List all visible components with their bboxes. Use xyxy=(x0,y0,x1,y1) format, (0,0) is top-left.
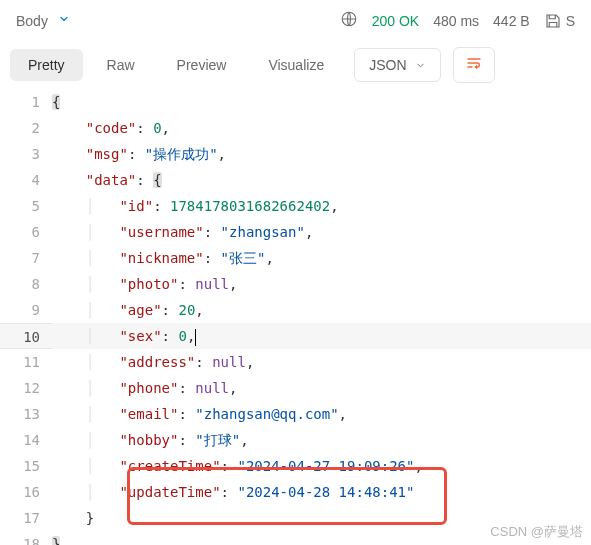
code-line: │ "sex": 0, xyxy=(52,323,591,349)
code-line: "msg": "操作成功", xyxy=(52,141,591,167)
response-size: 442 B xyxy=(493,13,530,29)
line-number: 3 xyxy=(0,141,40,167)
body-label[interactable]: Body xyxy=(16,13,48,29)
code-line: │ "hobby": "打球", xyxy=(52,427,591,453)
code-content[interactable]: { "code": 0, "msg": "操作成功", "data": { │ … xyxy=(52,89,591,545)
text-cursor xyxy=(195,329,196,346)
code-line: │ "updateTime": "2024-04-28 14:48:41" xyxy=(52,479,591,505)
line-number: 18 xyxy=(0,531,40,545)
line-number: 17 xyxy=(0,505,40,531)
line-number: 2 xyxy=(0,115,40,141)
line-number: 15 xyxy=(0,453,40,479)
save-response-button[interactable]: S xyxy=(544,12,575,30)
format-label: JSON xyxy=(369,57,406,73)
chevron-down-icon[interactable] xyxy=(58,13,70,28)
line-number: 9 xyxy=(0,297,40,323)
tab-visualize[interactable]: Visualize xyxy=(250,49,342,81)
line-number: 16 xyxy=(0,479,40,505)
code-line: "data": { xyxy=(52,167,591,193)
save-icon xyxy=(544,12,562,30)
wrap-icon xyxy=(466,56,482,70)
globe-icon[interactable] xyxy=(340,10,358,31)
code-line: "code": 0, xyxy=(52,115,591,141)
code-line: │ "createTime": "2024-04-27 19:09:26", xyxy=(52,453,591,479)
status-code: 200 OK xyxy=(372,13,419,29)
tabs-row: Pretty Raw Preview Visualize JSON xyxy=(0,41,591,89)
line-number: 4 xyxy=(0,167,40,193)
line-number: 6 xyxy=(0,219,40,245)
top-right: 200 OK 480 ms 442 B S xyxy=(340,10,575,31)
tab-pretty[interactable]: Pretty xyxy=(10,49,83,81)
top-left: Body xyxy=(16,13,70,29)
code-area: 1 2 3 4 5 6 7 8 9 10 11 12 13 14 15 16 1… xyxy=(0,89,591,545)
line-number: 13 xyxy=(0,401,40,427)
code-line: │ "username": "zhangsan", xyxy=(52,219,591,245)
code-line: │ "photo": null, xyxy=(52,271,591,297)
line-number: 12 xyxy=(0,375,40,401)
line-number: 14 xyxy=(0,427,40,453)
tab-preview[interactable]: Preview xyxy=(159,49,245,81)
line-number: 1 xyxy=(0,89,40,115)
watermark: CSDN @萨曼塔 xyxy=(490,523,583,541)
response-time: 480 ms xyxy=(433,13,479,29)
line-number: 5 xyxy=(0,193,40,219)
code-line: │ "id": 1784178031682662402, xyxy=(52,193,591,219)
code-line: │ "address": null, xyxy=(52,349,591,375)
format-dropdown[interactable]: JSON xyxy=(354,48,440,82)
code-line: │ "email": "zhangsan@qq.com", xyxy=(52,401,591,427)
wrap-lines-button[interactable] xyxy=(453,47,495,83)
line-number: 10 xyxy=(0,323,52,349)
code-line: │ "phone": null, xyxy=(52,375,591,401)
top-bar: Body 200 OK 480 ms 442 B S xyxy=(0,0,591,41)
code-line: │ "nickname": "张三", xyxy=(52,245,591,271)
line-number: 11 xyxy=(0,349,40,375)
code-line: │ "age": 20, xyxy=(52,297,591,323)
line-number: 8 xyxy=(0,271,40,297)
chevron-down-icon xyxy=(415,60,426,71)
code-line: { xyxy=(52,89,591,115)
line-gutter: 1 2 3 4 5 6 7 8 9 10 11 12 13 14 15 16 1… xyxy=(0,89,52,545)
line-number: 7 xyxy=(0,245,40,271)
tab-raw[interactable]: Raw xyxy=(89,49,153,81)
